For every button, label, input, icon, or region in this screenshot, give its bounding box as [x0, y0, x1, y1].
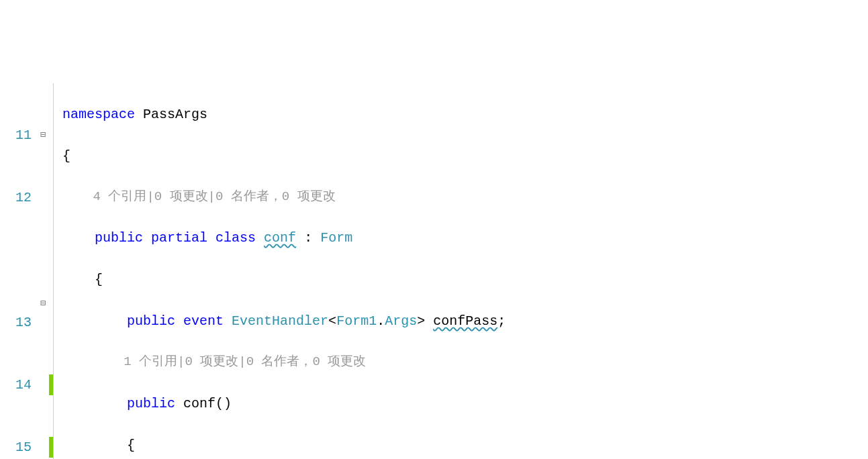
punct: : [296, 230, 320, 246]
fold-spacer [37, 181, 49, 196]
fold-toggle[interactable]: ⊟ [37, 125, 49, 140]
fold-spacer [37, 405, 49, 420]
type-name: conf [264, 230, 296, 246]
fold-spacer [37, 237, 49, 252]
keyword: public [95, 230, 143, 246]
type-name: Args [385, 313, 417, 329]
keyword: namespace [62, 107, 135, 122]
code-line[interactable]: { [62, 435, 868, 456]
code-line[interactable]: { [62, 146, 868, 166]
punct: < [328, 313, 336, 329]
keyword: class [215, 230, 256, 246]
code-line[interactable]: public partial class conf : Form [62, 227, 868, 248]
line-number: 11 [0, 125, 32, 146]
line-number: 14 [0, 374, 32, 395]
brace: { [95, 272, 103, 287]
fold-toggle[interactable]: ⊟ [37, 293, 49, 308]
fold-column: ⊟ ⊟ ⊟ ⊟ [37, 83, 49, 459]
code-line[interactable]: { [62, 269, 868, 290]
keyword: public [127, 396, 175, 411]
code-area[interactable]: namespace PassArgs { 4 个引用|0 项更改|0 名作者，0… [62, 83, 868, 459]
brace: { [127, 438, 135, 453]
codelens-text[interactable]: 4 个引用|0 项更改|0 名作者，0 项更改 [93, 189, 336, 204]
identifier: conf() [175, 396, 232, 411]
identifier: confPass [433, 313, 497, 329]
line-number-gutter: 11 12 13 14 15 16 17 18 19 20 21 22 23 2… [0, 83, 37, 459]
line-number [0, 250, 32, 270]
fold-spacer [37, 350, 49, 364]
codelens-text[interactable]: 1 个引用|0 项更改|0 名作者，0 项更改 [124, 354, 366, 369]
keyword: public [127, 313, 175, 329]
punct: . [377, 313, 385, 329]
codelens[interactable]: 4 个引用|0 项更改|0 名作者，0 项更改 [62, 187, 868, 207]
keyword: event [183, 313, 224, 329]
line-number: 15 [0, 437, 32, 458]
brace: { [62, 148, 70, 164]
outline-column [53, 83, 62, 459]
line-number: 12 [0, 187, 32, 208]
punct: ; [497, 313, 505, 329]
keyword: partial [151, 230, 207, 246]
identifier: PassArgs [135, 107, 207, 122]
type-name: Form1 [336, 313, 377, 329]
code-line[interactable]: public conf() [62, 393, 868, 414]
codelens[interactable]: 1 个引用|0 项更改|0 名作者，0 项更改 [62, 352, 868, 372]
punct: > [417, 313, 433, 329]
code-line[interactable]: namespace PassArgs [62, 104, 868, 125]
type-name: Form [320, 230, 352, 246]
line-number: 13 [0, 312, 32, 333]
code-editor: 11 12 13 14 15 16 17 18 19 20 21 22 23 2… [0, 83, 868, 459]
type-name: EventHandler [232, 313, 328, 329]
code-line[interactable]: public event EventHandler<Form1.Args> co… [62, 311, 868, 332]
